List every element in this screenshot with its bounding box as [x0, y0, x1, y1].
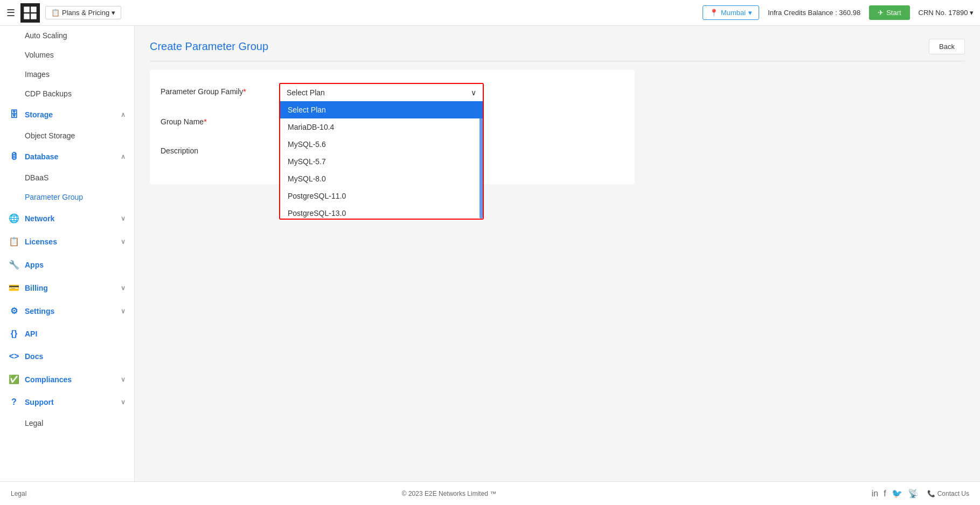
- support-icon: ?: [9, 397, 19, 407]
- sidebar-item-billing[interactable]: 💳 Billing ∨: [0, 276, 134, 299]
- plans-pricing-button[interactable]: 📋 Plans & Pricing ▾: [45, 6, 121, 19]
- sidebar-network-label: Network: [25, 214, 54, 223]
- copyright-text: © 2023 E2E Networks Limited ™: [402, 490, 497, 497]
- support-chevron-icon: ∨: [121, 398, 126, 406]
- dropdown-option-mysql-8-0[interactable]: MySQL-8.0: [280, 170, 483, 187]
- footer-right: in f 🐦 📡 📞 Contact Us: [872, 488, 969, 499]
- sidebar-item-api[interactable]: {} API: [0, 322, 134, 345]
- location-label: Mumbai: [721, 9, 746, 17]
- location-dropdown-icon: ▾: [748, 9, 752, 17]
- compliances-icon: ✅: [9, 374, 19, 384]
- parameter-group-family-dropdown-wrapper: Select Plan ∨ Select Plan MariaDB-10.4 M…: [279, 83, 484, 102]
- sidebar-item-images[interactable]: Images: [0, 65, 134, 84]
- sidebar-item-compliances[interactable]: ✅ Compliances ∨: [0, 368, 134, 391]
- dropdown-option-select-plan[interactable]: Select Plan: [280, 101, 483, 118]
- hamburger-menu[interactable]: ☰: [6, 7, 15, 19]
- sidebar-item-volumes[interactable]: Volumes: [0, 45, 134, 65]
- sidebar-item-parameter-group[interactable]: Parameter Group: [0, 187, 134, 207]
- legal-link[interactable]: Legal: [11, 490, 26, 497]
- twitter-icon[interactable]: 🐦: [892, 488, 902, 499]
- parameter-group-family-row: Parameter Group Family* Select Plan ∨ Se…: [161, 83, 624, 102]
- linkedin-icon[interactable]: in: [872, 489, 878, 499]
- header-right: 📍 Mumbai ▾ Infra Credits Balance : 360.9…: [703, 5, 974, 20]
- sidebar-docs-label: Docs: [25, 352, 43, 361]
- sidebar-support-label: Support: [25, 398, 54, 406]
- group-name-required-star: *: [204, 117, 206, 126]
- compliances-chevron-icon: ∨: [121, 376, 126, 383]
- svg-rect-2: [24, 13, 30, 19]
- sidebar-billing-label: Billing: [25, 284, 48, 292]
- sidebar-item-dbaas[interactable]: DBaaS: [0, 168, 134, 187]
- start-icon: ✈: [878, 9, 884, 17]
- sidebar-item-object-storage[interactable]: Object Storage: [0, 126, 134, 145]
- facebook-icon[interactable]: f: [884, 489, 886, 499]
- settings-chevron-icon: ∨: [121, 307, 126, 315]
- dropdown-scrollbar: [479, 101, 483, 219]
- back-button[interactable]: Back: [929, 39, 965, 54]
- dropdown-option-mysql-5-7[interactable]: MySQL-5.7: [280, 153, 483, 170]
- sidebar-apps-label: Apps: [25, 261, 44, 269]
- rss-icon[interactable]: 📡: [908, 488, 919, 499]
- sidebar-item-cdp-backups[interactable]: CDP Backups: [0, 84, 134, 103]
- phone-icon: 📞: [927, 490, 935, 497]
- dropdown-option-mariadb-10-4[interactable]: MariaDB-10.4: [280, 118, 483, 136]
- dropdown-option-mysql-5-6[interactable]: MySQL-5.6: [280, 136, 483, 153]
- billing-icon: 💳: [9, 283, 19, 293]
- group-name-label: Group Name*: [161, 113, 268, 126]
- location-icon: 📍: [710, 9, 718, 17]
- start-button[interactable]: ✈ Start: [869, 5, 909, 20]
- api-icon: {}: [9, 329, 19, 339]
- dropdown-option-postgresql-11-0[interactable]: PostgreSQL-11.0: [280, 187, 483, 205]
- crn-number[interactable]: CRN No. 17890: [919, 9, 974, 17]
- apps-icon: 🔧: [9, 259, 19, 270]
- logo-icon: [23, 5, 38, 20]
- sidebar-item-licenses[interactable]: 📋 Licenses ∨: [0, 230, 134, 253]
- description-label: Description: [161, 142, 268, 155]
- dropdown-option-postgresql-13-0[interactable]: PostgreSQL-13.0: [280, 205, 483, 220]
- parameter-group-family-label: Parameter Group Family*: [161, 83, 268, 96]
- sidebar-item-settings[interactable]: ⚙ Settings ∨: [0, 299, 134, 322]
- sidebar-item-legal[interactable]: Legal: [0, 413, 134, 433]
- logo: [20, 3, 40, 23]
- footer: Legal © 2023 E2E Networks Limited ™ in f…: [0, 481, 980, 505]
- sidebar-item-support[interactable]: ? Support ∨: [0, 391, 134, 413]
- sidebar-item-database[interactable]: 🛢 Database ∧: [0, 145, 134, 168]
- sidebar-api-label: API: [25, 329, 37, 338]
- sidebar-licenses-label: Licenses: [25, 237, 57, 246]
- dropdown-options-list: Select Plan MariaDB-10.4 MySQL-5.6 MySQL…: [279, 101, 484, 220]
- network-chevron-icon: ∨: [121, 215, 126, 222]
- network-icon: 🌐: [9, 213, 19, 223]
- licenses-icon: 📋: [9, 236, 19, 247]
- form-section: Parameter Group Family* Select Plan ∨ Se…: [150, 70, 635, 184]
- contact-us-label: Contact Us: [937, 490, 969, 497]
- database-chevron-icon: ∧: [121, 153, 126, 160]
- sidebar-item-network[interactable]: 🌐 Network ∨: [0, 207, 134, 230]
- required-star: *: [243, 87, 246, 96]
- start-label: Start: [886, 9, 901, 17]
- sidebar-item-apps[interactable]: 🔧 Apps: [0, 253, 134, 276]
- location-button[interactable]: 📍 Mumbai ▾: [703, 5, 759, 20]
- svg-rect-1: [31, 6, 36, 12]
- database-icon: 🛢: [9, 152, 19, 162]
- sidebar-settings-label: Settings: [25, 307, 54, 315]
- dropdown-selected-value: Select Plan: [287, 88, 325, 97]
- licenses-chevron-icon: ∨: [121, 238, 126, 246]
- page-title-row: Create Parameter Group Back: [150, 39, 965, 61]
- settings-icon: ⚙: [9, 306, 19, 316]
- svg-rect-0: [24, 6, 30, 12]
- main-content: Create Parameter Group Back Parameter Gr…: [135, 26, 980, 505]
- sidebar-item-docs[interactable]: <> Docs: [0, 345, 134, 368]
- layout: Auto Scaling Volumes Images CDP Backups …: [0, 26, 980, 505]
- sidebar-item-storage[interactable]: 🗄 Storage ∧: [0, 103, 134, 126]
- contact-us[interactable]: 📞 Contact Us: [927, 490, 969, 497]
- plans-pricing-label: Plans & Pricing: [62, 9, 109, 17]
- docs-icon: <>: [9, 352, 19, 361]
- header: ☰ 📋 Plans & Pricing ▾ 📍 Mumbai ▾ Infra C…: [0, 0, 980, 26]
- billing-chevron-icon: ∨: [121, 284, 126, 292]
- sidebar-item-auto-scaling[interactable]: Auto Scaling: [0, 26, 134, 45]
- page-title: Create Parameter Group: [150, 40, 268, 53]
- sidebar-storage-label: Storage: [25, 110, 53, 119]
- storage-chevron-icon: ∧: [121, 111, 126, 118]
- dropdown-wrap: Select Plan ∨ Select Plan MariaDB-10.4 M…: [279, 83, 624, 102]
- parameter-group-family-dropdown-trigger[interactable]: Select Plan ∨: [280, 84, 483, 101]
